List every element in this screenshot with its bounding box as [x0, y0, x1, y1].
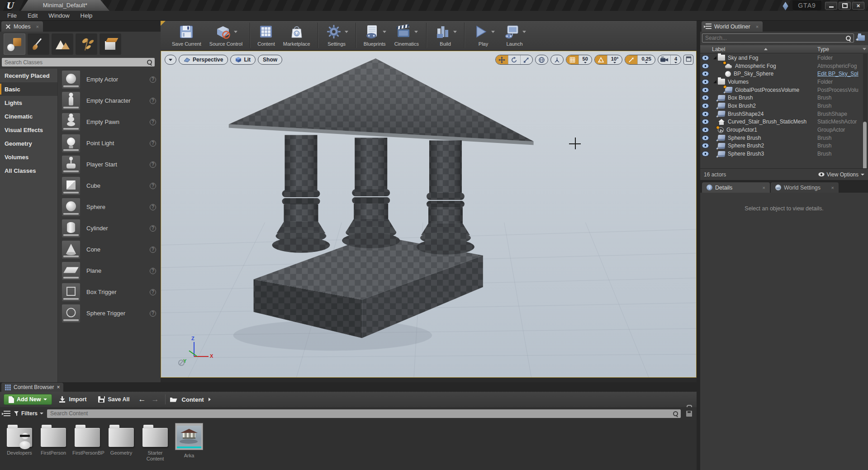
mode-landscape-button[interactable]	[52, 33, 73, 55]
breadcrumb-caret-icon[interactable]	[209, 398, 211, 401]
level-tab[interactable]: Minimal_Default*	[21, 0, 109, 11]
close-icon[interactable]: ×	[763, 185, 765, 190]
camera-speed-icon[interactable]	[658, 55, 670, 64]
show-button[interactable]: Show	[258, 55, 282, 65]
edit-blueprint-link[interactable]: Edit BP_Sky_Spl	[817, 71, 868, 77]
placeable-empty-actor[interactable]: Empty Actor?	[58, 69, 161, 90]
marketplace-button[interactable]: Marketplace	[283, 23, 310, 47]
sources-panel-toggle-icon[interactable]	[4, 411, 10, 417]
rotation-snap-value[interactable]: 10°	[607, 55, 622, 64]
import-button[interactable]: Import	[55, 394, 91, 405]
visibility-eye-icon[interactable]	[702, 80, 709, 84]
tab-modes[interactable]: Modes ×	[1, 21, 43, 32]
world-local-toggle[interactable]	[535, 55, 548, 65]
category-volumes[interactable]: Volumes	[0, 150, 57, 164]
visibility-eye-icon[interactable]	[702, 71, 709, 76]
asset-starter-content[interactable]: Starter Content	[140, 422, 170, 462]
maximize-viewport-button[interactable]	[683, 55, 693, 65]
search-classes-box[interactable]	[2, 58, 155, 66]
outliner-row-sphere-brush[interactable]: Sphere BrushBrush	[700, 134, 868, 142]
save-search-icon[interactable]	[686, 411, 692, 417]
outliner-search-input[interactable]	[702, 35, 845, 41]
placeable-player-start[interactable]: Player Start?	[58, 154, 161, 175]
outliner-scrollbar[interactable]	[863, 54, 868, 180]
tab-details[interactable]: i Details ×	[702, 182, 770, 193]
visibility-eye-icon[interactable]	[702, 152, 709, 156]
placeable-empty-pawn[interactable]: Empty Pawn?	[58, 111, 161, 133]
outliner-row-sphere-brush2[interactable]: Sphere Brush2Brush	[700, 142, 868, 150]
scale-snap-icon[interactable]	[625, 55, 637, 64]
chevron-down-icon[interactable]	[234, 31, 237, 33]
category-cinematic[interactable]: Cinematic	[0, 109, 57, 123]
category-basic[interactable]: Basic	[0, 82, 57, 96]
outliner-row-volumes[interactable]: VolumesFolder	[700, 78, 868, 86]
expander-icon[interactable]	[713, 80, 716, 83]
outliner-row-sky-and-fog[interactable]: Sky and FogFolder	[700, 54, 868, 62]
chevron-down-icon[interactable]	[453, 31, 457, 33]
placeable-sphere[interactable]: Sphere?	[58, 196, 161, 218]
menu-window[interactable]: Window	[43, 11, 75, 21]
launch-button[interactable]: Launch	[503, 23, 526, 47]
tab-world-outliner[interactable]: World Outliner ×	[702, 21, 763, 32]
asset-firstpersonbp[interactable]: FirstPersonBP	[72, 422, 102, 456]
menu-help[interactable]: Help	[75, 11, 98, 21]
mode-paint-button[interactable]	[28, 33, 49, 55]
placeable-point-light[interactable]: Point Light?	[58, 133, 161, 154]
close-icon[interactable]: ×	[831, 185, 834, 190]
menu-file[interactable]: File	[2, 11, 22, 21]
tab-world-settings[interactable]: World Settings ×	[771, 182, 839, 193]
grid-snap-icon[interactable]	[566, 55, 579, 64]
restore-button[interactable]	[839, 2, 851, 9]
breadcrumb-content[interactable]: Content	[182, 396, 204, 403]
new-folder-button[interactable]	[856, 33, 866, 43]
close-icon[interactable]: ×	[57, 384, 60, 390]
visibility-eye-icon[interactable]	[702, 56, 709, 60]
grid-snap-value[interactable]: 50	[579, 55, 592, 64]
scale-tool-icon[interactable]	[520, 55, 532, 64]
outliner-row-curved-stair-brush-staticmesh[interactable]: Curved_Stair_Brush_StaticMeshStaticMeshA…	[700, 118, 868, 126]
label-column-header[interactable]: Label	[712, 46, 725, 52]
outliner-row-bp-sky-sphere[interactable]: BP_Sky_SphereEdit BP_Sky_Spl	[700, 70, 868, 78]
visibility-eye-icon[interactable]	[702, 95, 709, 100]
outliner-row-sphere-brush3[interactable]: Sphere Brush3Brush	[700, 150, 868, 158]
placeable-cylinder[interactable]: Cylinder?	[58, 218, 161, 239]
tab-content-browser[interactable]: Content Browser ×	[1, 383, 63, 392]
surface-snap-toggle[interactable]	[550, 55, 564, 65]
chevron-down-icon[interactable]	[345, 31, 348, 33]
minimize-button[interactable]	[825, 2, 837, 9]
build-button[interactable]: Build	[434, 23, 457, 47]
placeable-empty-character[interactable]: Empty Character?	[58, 90, 161, 111]
placeable-plane[interactable]: Plane?	[58, 260, 161, 281]
close-button[interactable]: ×	[852, 2, 864, 9]
category-recently-placed[interactable]: Recently Placed	[0, 69, 57, 82]
outliner-row-groupactor1[interactable]: GroupActor1GroupActor	[700, 126, 868, 134]
add-new-button[interactable]: Add New	[4, 394, 52, 405]
placeable-box-trigger[interactable]: Box Trigger?	[58, 281, 161, 303]
placeable-cone[interactable]: Cone?	[58, 239, 161, 260]
asset-developers[interactable]: Developers	[5, 422, 34, 456]
back-button[interactable]: ←	[137, 395, 147, 404]
content-button[interactable]: Content	[257, 23, 275, 47]
asset-geometry[interactable]: Geometry	[106, 422, 136, 456]
save-current-button[interactable]: Save Current	[172, 23, 201, 47]
outliner-row-brushshape24[interactable]: BrushShape24BrushShape	[700, 110, 868, 118]
chevron-down-icon[interactable]	[414, 31, 418, 33]
close-icon[interactable]: ×	[756, 24, 759, 29]
filters-button[interactable]: Filters	[14, 410, 43, 417]
cinematics-button[interactable]: Cinematics	[394, 23, 419, 47]
chevron-down-icon[interactable]	[522, 31, 526, 33]
forward-button[interactable]: →	[150, 395, 161, 404]
perspective-button[interactable]: Perspective	[179, 55, 228, 65]
category-lights[interactable]: Lights	[0, 96, 57, 109]
search-classes-input[interactable]	[2, 59, 147, 66]
visibility-eye-icon[interactable]	[702, 128, 709, 132]
chevron-down-icon[interactable]	[383, 31, 386, 33]
source-control-button[interactable]: Source Control	[209, 23, 242, 47]
visibility-eye-icon[interactable]	[702, 119, 709, 124]
blueprints-button[interactable]: Blueprints	[363, 23, 386, 47]
rotation-snap-icon[interactable]	[595, 55, 607, 64]
rotate-tool-icon[interactable]	[508, 55, 520, 64]
camera-speed-value[interactable]: 4	[670, 55, 681, 64]
asset-firstperson[interactable]: FirstPerson	[38, 422, 68, 456]
tutorial-icon[interactable]	[782, 2, 789, 9]
